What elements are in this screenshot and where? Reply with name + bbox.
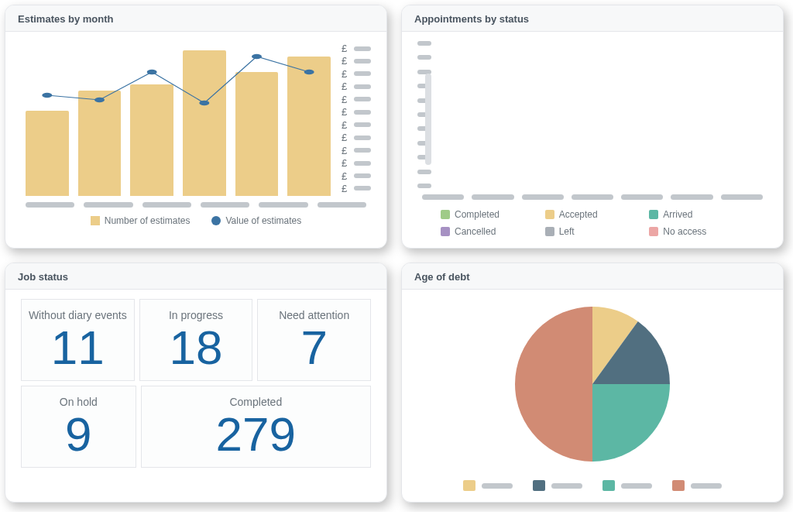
stacked-bar <box>492 182 530 188</box>
swatch-icon <box>441 227 450 236</box>
estimates-chart: ££££££££££££ <box>21 41 371 196</box>
legend-item <box>672 480 722 491</box>
stat-in-progress[interactable]: In progress 18 <box>139 299 253 381</box>
stat-label: Need attention <box>264 309 364 321</box>
legend-label: Cancelled <box>455 226 496 237</box>
stat-label: On hold <box>28 396 129 408</box>
stat-label: In progress <box>146 309 246 321</box>
legend-item-line: Value of estimates <box>211 215 301 226</box>
card-estimates-by-month: Estimates by month ££££££££££££ Number o… <box>5 5 387 249</box>
stat-on-hold[interactable]: On hold 9 <box>21 386 136 468</box>
card-title: Estimates by month <box>5 5 386 32</box>
legend-label: Arrived <box>663 209 692 220</box>
x-tick <box>621 194 663 200</box>
y-tick: £ <box>342 145 371 156</box>
swatch-icon <box>441 210 450 219</box>
svg-point-1 <box>94 98 105 102</box>
legend-label-redacted <box>621 483 652 489</box>
svg-point-4 <box>252 54 262 59</box>
stacked-bar <box>678 182 716 188</box>
legend-item-left: Left <box>545 226 640 237</box>
svg-point-0 <box>42 93 52 98</box>
card-title: Job status <box>5 263 386 290</box>
x-tick <box>201 202 249 208</box>
estimates-x-axis <box>21 196 371 208</box>
svg-point-5 <box>304 70 314 74</box>
y-tick: £ <box>342 132 371 143</box>
swatch-icon <box>211 216 221 225</box>
x-tick <box>142 202 191 208</box>
legend-label-redacted <box>691 483 722 489</box>
x-tick <box>318 202 366 208</box>
stat-without-diary-events[interactable]: Without diary events 11 <box>21 299 135 381</box>
swatch-icon <box>649 210 658 219</box>
stat-value: 7 <box>264 321 364 374</box>
y-tick <box>417 41 431 46</box>
legend-label: Left <box>559 226 575 237</box>
estimates-line <box>21 41 335 196</box>
swatch-icon <box>672 480 685 491</box>
y-tick: £ <box>342 81 371 92</box>
y-tick <box>417 55 431 60</box>
appointments-chart <box>417 41 767 188</box>
appointments-y-axis <box>417 41 441 188</box>
x-tick <box>572 194 613 200</box>
y-tick: £ <box>342 170 371 182</box>
stat-value: 18 <box>146 321 246 374</box>
stat-value: 9 <box>28 408 129 461</box>
stat-value: 11 <box>28 321 128 374</box>
stacked-bar <box>585 182 623 188</box>
y-tick: £ <box>342 183 371 194</box>
x-tick <box>522 194 564 200</box>
legend-label: Value of estimates <box>225 215 301 226</box>
stacked-bar <box>724 180 763 188</box>
x-tick <box>26 202 74 208</box>
legend-label: No access <box>663 226 706 237</box>
legend-item-no-access: No access <box>649 226 744 237</box>
age-of-debt-legend <box>417 480 767 491</box>
range-indicator-icon <box>425 74 431 165</box>
svg-point-3 <box>199 101 209 105</box>
y-tick: £ <box>342 43 371 54</box>
age-of-debt-pie <box>417 299 767 469</box>
legend-item <box>533 480 582 491</box>
stat-label: Without diary events <box>28 309 128 321</box>
swatch-icon <box>545 210 554 219</box>
y-tick: £ <box>342 68 371 80</box>
job-status-row-1: Without diary events 11 In progress 18 N… <box>21 299 371 381</box>
swatch-icon <box>649 227 658 236</box>
appointments-bars <box>441 41 767 188</box>
y-tick: £ <box>342 55 371 67</box>
card-age-of-debt: Age of debt <box>401 263 784 503</box>
card-title: Age of debt <box>402 263 783 290</box>
x-tick <box>671 194 712 200</box>
legend-item-cancelled: Cancelled <box>441 226 536 237</box>
stat-completed[interactable]: Completed 279 <box>141 386 371 468</box>
stat-need-attention[interactable]: Need attention 7 <box>257 299 371 381</box>
swatch-icon <box>463 480 475 491</box>
y-tick: £ <box>342 119 371 131</box>
legend-item <box>463 480 513 491</box>
swatch-icon <box>545 227 554 236</box>
pie-chart-svg <box>515 307 670 462</box>
x-tick <box>259 202 307 208</box>
legend-item-accepted: Accepted <box>545 209 640 220</box>
card-job-status: Job status Without diary events 11 In pr… <box>5 263 387 503</box>
stat-label: Completed <box>148 396 364 408</box>
x-tick <box>422 194 464 200</box>
stacked-bar <box>538 182 577 188</box>
legend-item-bar: Number of estimates <box>91 215 191 226</box>
job-status-row-2: On hold 9 Completed 279 <box>21 386 371 468</box>
appointments-x-axis <box>417 188 767 200</box>
legend-label-redacted <box>482 483 513 489</box>
pie-slice-d <box>515 307 592 462</box>
legend-item-completed: Completed <box>441 209 536 220</box>
stacked-bar <box>445 182 484 188</box>
estimates-legend: Number of estimates Value of estimates <box>21 215 371 226</box>
y-tick: £ <box>342 157 371 169</box>
card-title: Appointments by status <box>402 5 783 32</box>
pie-slice-c <box>592 384 670 462</box>
swatch-icon <box>602 480 615 491</box>
legend-label: Accepted <box>559 209 598 220</box>
legend-label-redacted <box>551 483 582 489</box>
